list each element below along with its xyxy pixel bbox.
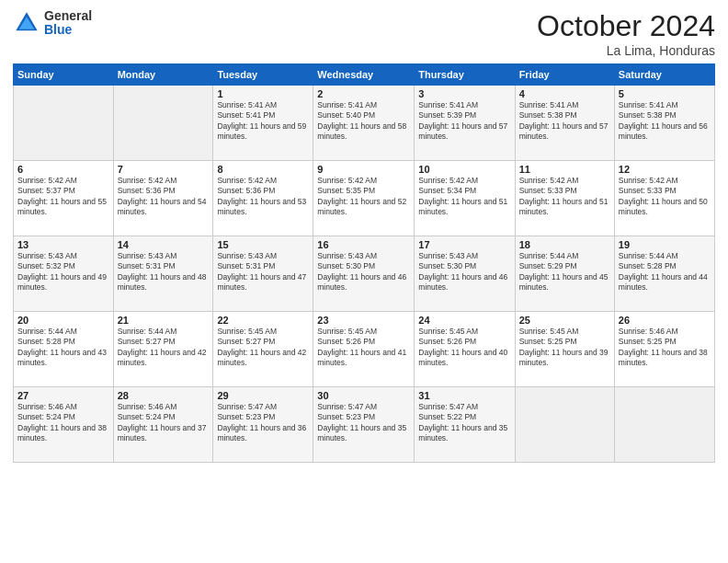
day-number: 3 [418,88,510,99]
calendar-cell: 29Sunrise: 5:47 AM Sunset: 5:23 PM Dayli… [213,387,313,463]
calendar-cell: 30Sunrise: 5:47 AM Sunset: 5:23 PM Dayli… [313,387,415,463]
day-number: 8 [217,164,309,175]
day-number: 23 [317,315,410,326]
day-number: 31 [418,390,510,401]
dow-header: Friday [515,64,614,86]
calendar-cell: 16Sunrise: 5:43 AM Sunset: 5:30 PM Dayli… [313,236,415,312]
day-number: 30 [317,390,410,401]
calendar-cell: 23Sunrise: 5:45 AM Sunset: 5:26 PM Dayli… [313,312,415,387]
day-number: 10 [418,164,510,175]
day-info: Sunrise: 5:45 AM Sunset: 5:25 PM Dayligh… [519,327,610,369]
day-info: Sunrise: 5:41 AM Sunset: 5:38 PM Dayligh… [619,100,711,143]
calendar-cell [14,86,114,161]
calendar-cell: 27Sunrise: 5:46 AM Sunset: 5:24 PM Dayli… [14,387,114,463]
day-number: 5 [619,88,711,99]
dow-header: Monday [113,64,213,86]
day-info: Sunrise: 5:41 AM Sunset: 5:39 PM Dayligh… [418,100,510,143]
day-info: Sunrise: 5:45 AM Sunset: 5:26 PM Dayligh… [317,327,410,369]
day-number: 21 [118,315,210,326]
day-info: Sunrise: 5:41 AM Sunset: 5:40 PM Dayligh… [317,100,410,143]
calendar-cell: 10Sunrise: 5:42 AM Sunset: 5:34 PM Dayli… [415,161,515,236]
calendar-cell: 3Sunrise: 5:41 AM Sunset: 5:39 PM Daylig… [415,86,515,161]
calendar-cell [614,387,714,463]
dow-header: Saturday [614,64,714,86]
day-info: Sunrise: 5:41 AM Sunset: 5:41 PM Dayligh… [217,100,309,143]
calendar-cell: 22Sunrise: 5:45 AM Sunset: 5:27 PM Dayli… [213,312,313,387]
day-info: Sunrise: 5:42 AM Sunset: 5:33 PM Dayligh… [619,176,711,218]
day-info: Sunrise: 5:45 AM Sunset: 5:26 PM Dayligh… [418,327,510,369]
logo: General Blue [13,9,92,38]
calendar-cell: 18Sunrise: 5:44 AM Sunset: 5:29 PM Dayli… [515,236,614,312]
dow-header: Wednesday [313,64,415,86]
logo-icon [13,9,40,37]
calendar-cell: 19Sunrise: 5:44 AM Sunset: 5:28 PM Dayli… [614,236,714,312]
day-info: Sunrise: 5:41 AM Sunset: 5:38 PM Dayligh… [519,100,610,143]
day-number: 25 [519,315,610,326]
calendar-cell [113,86,213,161]
day-info: Sunrise: 5:47 AM Sunset: 5:23 PM Dayligh… [317,402,410,444]
calendar-cell: 8Sunrise: 5:42 AM Sunset: 5:36 PM Daylig… [213,161,313,236]
calendar-cell: 14Sunrise: 5:43 AM Sunset: 5:31 PM Dayli… [113,236,213,312]
day-number: 20 [17,315,109,326]
day-info: Sunrise: 5:47 AM Sunset: 5:22 PM Dayligh… [418,402,510,444]
calendar-cell: 13Sunrise: 5:43 AM Sunset: 5:32 PM Dayli… [14,236,114,312]
calendar-cell: 25Sunrise: 5:45 AM Sunset: 5:25 PM Dayli… [515,312,614,387]
day-number: 19 [619,239,711,250]
day-info: Sunrise: 5:42 AM Sunset: 5:36 PM Dayligh… [217,176,309,218]
calendar-cell: 1Sunrise: 5:41 AM Sunset: 5:41 PM Daylig… [213,86,313,161]
calendar-cell: 11Sunrise: 5:42 AM Sunset: 5:33 PM Dayli… [515,161,614,236]
day-info: Sunrise: 5:46 AM Sunset: 5:24 PM Dayligh… [118,402,210,444]
day-info: Sunrise: 5:43 AM Sunset: 5:32 PM Dayligh… [17,251,109,293]
day-number: 22 [217,315,309,326]
calendar-cell [515,387,614,463]
calendar-cell: 6Sunrise: 5:42 AM Sunset: 5:37 PM Daylig… [14,161,114,236]
calendar-cell: 7Sunrise: 5:42 AM Sunset: 5:36 PM Daylig… [113,161,213,236]
day-info: Sunrise: 5:44 AM Sunset: 5:27 PM Dayligh… [118,327,210,369]
day-number: 4 [519,88,610,99]
day-info: Sunrise: 5:42 AM Sunset: 5:33 PM Dayligh… [519,176,610,218]
day-info: Sunrise: 5:43 AM Sunset: 5:30 PM Dayligh… [418,251,510,293]
day-info: Sunrise: 5:47 AM Sunset: 5:23 PM Dayligh… [217,402,309,444]
calendar-cell: 15Sunrise: 5:43 AM Sunset: 5:31 PM Dayli… [213,236,313,312]
day-info: Sunrise: 5:42 AM Sunset: 5:35 PM Dayligh… [317,176,410,218]
calendar-cell: 20Sunrise: 5:44 AM Sunset: 5:28 PM Dayli… [14,312,114,387]
day-number: 16 [317,239,410,250]
day-number: 26 [619,315,711,326]
calendar-cell: 4Sunrise: 5:41 AM Sunset: 5:38 PM Daylig… [515,86,614,161]
day-number: 2 [317,88,410,99]
day-info: Sunrise: 5:42 AM Sunset: 5:37 PM Dayligh… [17,176,109,218]
calendar: SundayMondayTuesdayWednesdayThursdayFrid… [13,63,715,463]
day-number: 11 [519,164,610,175]
day-number: 7 [118,164,210,175]
day-info: Sunrise: 5:44 AM Sunset: 5:29 PM Dayligh… [519,251,610,293]
day-number: 17 [418,239,510,250]
month-title: October 2024 [537,9,715,43]
day-number: 15 [217,239,309,250]
day-info: Sunrise: 5:42 AM Sunset: 5:36 PM Dayligh… [118,176,210,218]
day-number: 28 [118,390,210,401]
day-info: Sunrise: 5:44 AM Sunset: 5:28 PM Dayligh… [17,327,109,369]
calendar-cell: 21Sunrise: 5:44 AM Sunset: 5:27 PM Dayli… [113,312,213,387]
calendar-cell: 24Sunrise: 5:45 AM Sunset: 5:26 PM Dayli… [415,312,515,387]
day-number: 9 [317,164,410,175]
day-info: Sunrise: 5:42 AM Sunset: 5:34 PM Dayligh… [418,176,510,218]
calendar-cell: 9Sunrise: 5:42 AM Sunset: 5:35 PM Daylig… [313,161,415,236]
day-number: 12 [619,164,711,175]
day-info: Sunrise: 5:46 AM Sunset: 5:25 PM Dayligh… [619,327,711,369]
day-info: Sunrise: 5:46 AM Sunset: 5:24 PM Dayligh… [17,402,109,444]
title-block: October 2024 La Lima, Honduras [537,9,715,58]
day-number: 29 [217,390,309,401]
calendar-cell: 2Sunrise: 5:41 AM Sunset: 5:40 PM Daylig… [313,86,415,161]
location: La Lima, Honduras [537,43,715,58]
day-info: Sunrise: 5:43 AM Sunset: 5:31 PM Dayligh… [118,251,210,293]
dow-header: Thursday [415,64,515,86]
day-number: 14 [118,239,210,250]
day-number: 1 [217,88,309,99]
day-number: 27 [17,390,109,401]
calendar-cell: 31Sunrise: 5:47 AM Sunset: 5:22 PM Dayli… [415,387,515,463]
calendar-cell: 28Sunrise: 5:46 AM Sunset: 5:24 PM Dayli… [113,387,213,463]
day-number: 6 [17,164,109,175]
day-number: 13 [17,239,109,250]
logo-text: General Blue [44,9,92,38]
dow-header: Sunday [14,64,114,86]
